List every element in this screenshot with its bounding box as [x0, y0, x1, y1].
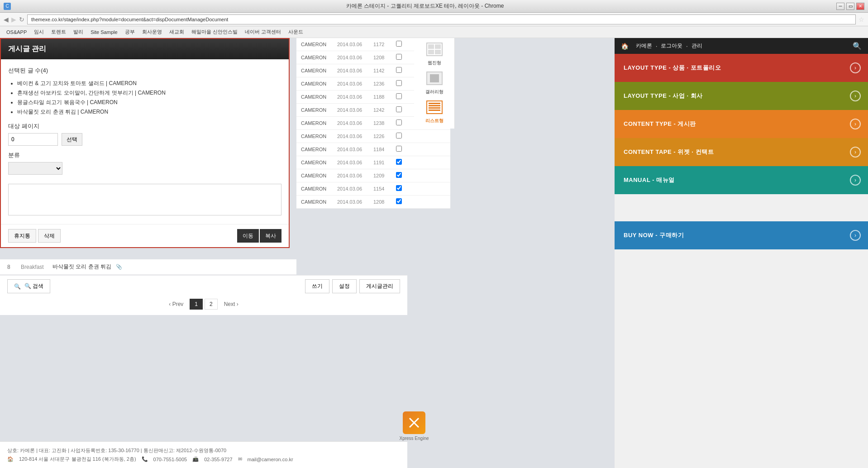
browser-window: C 카메론 스테이지 - 고퀄리티 제로보드XE 테마, 레이아웃 - Chro…: [0, 0, 868, 468]
restore-button[interactable]: ▭: [846, 3, 854, 10]
sidebar-search-icon[interactable]: 🔍: [853, 42, 862, 50]
sidebar-item-content-board[interactable]: CONTENT TYPE - 게시판 ›: [615, 110, 868, 138]
row-checkbox[interactable]: [396, 67, 402, 73]
table-row: CAMERON 2014.03.06 1184: [296, 143, 450, 156]
bookmark-star-icon[interactable]: ☆: [858, 16, 864, 23]
sidebar-item-manual[interactable]: MANUAL - 매뉴얼 ›: [615, 166, 868, 194]
breadcrumb-separator2: ·: [686, 43, 687, 49]
row-checkbox[interactable]: [396, 41, 402, 47]
modal-header: 게시글 관리: [1, 39, 289, 59]
list-item: 몽글스타일 쇠고기 볶음국수 | CAMERON: [17, 98, 281, 106]
row-checkbox[interactable]: [396, 133, 402, 138]
bookmark-sound[interactable]: 사운드: [286, 28, 306, 36]
close-button[interactable]: ✕: [856, 3, 864, 10]
move-button[interactable]: 이동: [237, 229, 259, 243]
row-checkbox[interactable]: [396, 185, 402, 191]
row-checkbox[interactable]: [396, 54, 402, 60]
page-1-button[interactable]: 1: [190, 299, 203, 310]
xe-logo-svg: [407, 416, 421, 430]
settings-button[interactable]: 설정: [332, 279, 357, 293]
bookmark-bali[interactable]: 발리: [71, 28, 86, 36]
footer-home-icon: 🏠: [7, 456, 14, 462]
table-row: CAMERON 2014.03.06 1154: [296, 182, 450, 196]
row-checkbox[interactable]: [396, 172, 402, 178]
bookmark-os-app[interactable]: OS&APP: [4, 29, 29, 36]
row-checkbox[interactable]: [396, 159, 402, 165]
bookmark-temp[interactable]: 임시: [31, 28, 47, 36]
row-checkbox[interactable]: [396, 146, 402, 152]
row-checkbox[interactable]: [396, 119, 402, 125]
web-layout-icon: [426, 43, 443, 56]
pagination: ‹ Prev 1 2 Next ›: [0, 293, 407, 315]
right-sidebar: 🏠 카메론 · 로그아웃 · 관리 🔍 LAYOUT TYPE - 상품 · 포…: [615, 38, 868, 468]
sidebar-label-layout-company: LAYOUT TYPE - 사업 · 회사: [624, 92, 703, 100]
list-item: 바삭물짓 오리 춘권 튀김 | CAMERON: [17, 108, 281, 116]
address-bar: ◀ ▶ ↻ ☆: [0, 13, 868, 26]
title-bar: C 카메론 스테이지 - 고퀄리티 제로보드XE 테마, 레이아웃 - Chro…: [0, 0, 868, 13]
search-button[interactable]: 🔍 🔍 검색: [7, 279, 50, 293]
arrow-icon-layout-portfolio: ›: [850, 62, 861, 73]
sidebar-breadcrumb: 카메론 · 로그아웃 · 관리: [636, 42, 702, 50]
action-buttons: 쓰기 설정 게시글관리: [305, 279, 400, 293]
window-controls: ─ ▭ ✕: [836, 3, 864, 10]
bookmarks-bar: OS&APP 임시 토렌트 발리 Site Sample 공부 회사운영 새교회…: [0, 26, 868, 38]
bookmark-study[interactable]: 공부: [122, 28, 138, 36]
category-select[interactable]: [8, 162, 62, 175]
sidebar-item-layout-company[interactable]: LAYOUT TYPE - 사업 · 회사 ›: [615, 82, 868, 110]
list-item: 혼재생선 아보카도 오이말이, 간단하게 멋부리기 | CAMERON: [17, 89, 281, 97]
breadcrumb-logout[interactable]: 로그아웃: [661, 42, 682, 50]
reload-button[interactable]: ↻: [19, 16, 24, 23]
gallery-layout-label: 갤러리형: [425, 89, 444, 95]
xe-engine-logo: [403, 411, 425, 434]
window-title: 카메론 스테이지 - 고퀄리티 제로보드XE 테마, 레이아웃 - Chrome: [14, 2, 836, 10]
arrow-icon-layout-company: ›: [850, 91, 861, 101]
sidebar-item-content-widget[interactable]: CONTENT TAPE - 위젯 · 컨택트 ›: [615, 138, 868, 166]
write-button[interactable]: 쓰기: [305, 279, 329, 293]
modal-title: 게시글 관리: [8, 45, 46, 53]
bookmark-company-ops[interactable]: 회사운영: [139, 28, 165, 36]
forward-button[interactable]: ▶: [11, 16, 16, 23]
footer-line2: 🏠 120-814 서울 서대문구 불광천길 116 (복가좌동, 2층) 📞 …: [7, 456, 400, 463]
gallery-layout-icon-item[interactable]: 갤러리형: [425, 72, 444, 95]
target-page-label: 대상 페이지: [8, 122, 281, 130]
delete-button[interactable]: 삭제: [38, 229, 61, 243]
footer-email: mail@cameron.co.kr: [248, 457, 293, 462]
web-layout-icon-item[interactable]: 웹진형: [426, 43, 443, 66]
memo-textarea[interactable]: [8, 184, 281, 215]
action-buttons-right: 이동 복사: [237, 229, 281, 243]
target-page-input[interactable]: [8, 133, 58, 146]
select-button[interactable]: 선택: [62, 133, 82, 146]
back-button[interactable]: ◀: [4, 16, 9, 23]
sidebar-item-buy-now[interactable]: BUY NOW - 구매하기 ›: [615, 221, 868, 249]
copy-button[interactable]: 복사: [260, 229, 281, 243]
sidebar-label-buy-now: BUY NOW - 구매하기: [624, 231, 684, 239]
sidebar-item-layout-portfolio[interactable]: LAYOUT TYPE - 상품 · 포트폴리오 ›: [615, 54, 868, 82]
prev-page-button[interactable]: ‹ Prev: [164, 299, 188, 309]
sidebar-label-layout-portfolio: LAYOUT TYPE - 상품 · 포트폴리오: [624, 64, 721, 72]
table-row: CAMERON 2014.03.06 1209: [296, 169, 450, 182]
page-2-button[interactable]: 2: [205, 299, 218, 310]
bookmark-naver-cs[interactable]: 네이버 고객센터: [242, 28, 284, 36]
address-input[interactable]: [27, 14, 856, 24]
xe-engine-label: Xpress Engine: [399, 436, 429, 441]
bookmark-site-sample[interactable]: Site Sample: [88, 29, 120, 36]
arrow-icon-content-board: ›: [850, 119, 861, 129]
list-layout-label: 리스트형: [425, 118, 444, 124]
list-layout-icon-item[interactable]: 리스트형: [425, 100, 444, 124]
row-checkbox[interactable]: [396, 198, 402, 204]
sidebar-home-icon[interactable]: 🏠: [621, 43, 629, 50]
bookmark-haemill[interactable]: 해밀마을 신안인스빌: [189, 28, 240, 36]
bookmark-torrent[interactable]: 토렌트: [48, 28, 69, 36]
browser-icon: C: [4, 3, 11, 10]
bookmark-new-church[interactable]: 새교회: [167, 28, 187, 36]
next-page-button[interactable]: Next ›: [219, 299, 243, 309]
row-checkbox[interactable]: [396, 93, 402, 99]
manage-posts-button[interactable]: 게시글관리: [359, 279, 400, 293]
trash-button[interactable]: 휴지통: [8, 229, 36, 243]
minimize-button[interactable]: ─: [836, 3, 844, 10]
row-checkbox[interactable]: [396, 80, 402, 86]
row-checkbox[interactable]: [396, 106, 402, 112]
table-row: CAMERON 2014.03.06 1191: [296, 156, 450, 169]
breadcrumb-manage[interactable]: 관리: [692, 42, 702, 50]
target-page-section: 대상 페이지 선택: [8, 122, 281, 146]
